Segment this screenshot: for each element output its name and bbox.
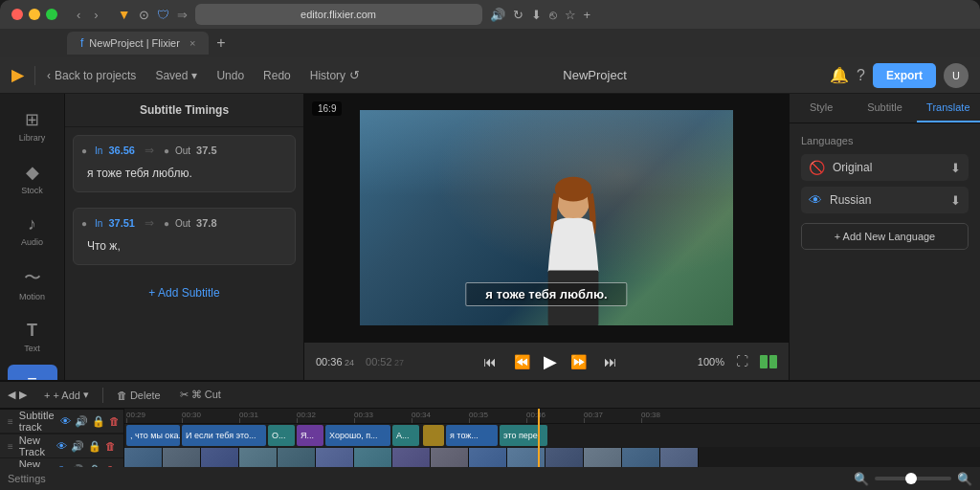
out-label-1: Out (175, 145, 190, 156)
share-icon[interactable]: ⎋ (549, 8, 557, 22)
track-lock-icon-subtitle[interactable]: 🔒 (92, 415, 105, 428)
collapse-right-icon[interactable]: ▶ (19, 389, 27, 401)
track-delete-icon-subtitle[interactable]: 🗑 (109, 415, 120, 428)
clip-6[interactable]: А... (392, 425, 419, 446)
track-controls: ≡ Subtitle track 👁 🔊 🔒 🗑 ≡ New Track (0, 409, 124, 467)
cut-button[interactable]: ✂ ⌘ Cut (174, 386, 227, 404)
tab-style[interactable]: Style (790, 94, 853, 122)
separator-1 (102, 388, 103, 403)
notification-icon[interactable]: 🔔 (830, 66, 849, 84)
subtitle-item-1[interactable]: ● In 36.56 ⇒ ● Out 37.5 я тоже тебя любл… (73, 135, 296, 192)
download-icon[interactable]: ⬇ (531, 8, 542, 22)
trash-icon: 🗑 (117, 390, 127, 401)
clip-4[interactable]: Я... (297, 425, 323, 446)
forward-nav-button[interactable]: › (90, 6, 101, 24)
zoom-in-icon[interactable]: 🔍 (957, 472, 972, 486)
close-button[interactable] (11, 9, 23, 20)
sidebar-item-text[interactable]: T Text (8, 313, 57, 361)
avatar[interactable]: U (944, 63, 969, 88)
track-volume-icon-new-1[interactable]: 🔊 (71, 440, 84, 453)
back-nav-button[interactable]: ‹ (73, 6, 84, 24)
ruler-tick-3 (239, 418, 240, 423)
subtitle-text-2[interactable]: Что ж, (81, 235, 287, 256)
zoom-thumb[interactable] (905, 473, 917, 484)
subtitle-timing-1: ● In 36.56 ⇒ ● Out 37.5 (81, 144, 287, 157)
track-handle-icon-2[interactable]: ≡ (8, 441, 13, 452)
browser-chrome: ‹ › ▼ ⊙ 🛡 ⇒ editor.flixier.com 🔊 ↻ ⬇ ⎋ ☆… (0, 0, 980, 57)
russian-download-button[interactable]: ⬇ (950, 193, 961, 208)
reload-icon[interactable]: ↻ (513, 8, 523, 22)
history-button[interactable]: History ↺ (302, 64, 368, 86)
browser-tab[interactable]: f NewProject | Flixier × (67, 32, 209, 55)
skip-back-button[interactable]: ⏪ (510, 350, 534, 373)
clip-1[interactable]: , что мы ока... (126, 425, 180, 446)
ruler-mark-2: 00:30 (182, 411, 201, 419)
film-frame-14 (622, 448, 660, 467)
track-eye-icon-subtitle[interactable]: 👁 (60, 415, 71, 428)
skip-to-start-button[interactable]: ⏮ (479, 350, 501, 373)
track-delete-icon-new-1[interactable]: 🗑 (105, 440, 116, 453)
back-to-projects-button[interactable]: ‹ Back to projects (39, 65, 144, 86)
sidebar-item-audio[interactable]: ♪ Audio (8, 207, 57, 255)
clip-8[interactable]: я тож... (446, 425, 498, 446)
russian-lang-name: Russian (830, 193, 943, 207)
track-name-new-1: New Track (19, 434, 51, 457)
address-bar[interactable]: editor.flixier.com (195, 4, 482, 25)
add-language-button[interactable]: + Add New Language (801, 223, 969, 250)
sidebar-item-library[interactable]: ⊞ Library (8, 101, 57, 150)
clip-5[interactable]: Хорошо, п... (325, 425, 390, 446)
clip-7-yellow[interactable] (423, 425, 444, 446)
add-track-button[interactable]: + + Add ▾ (38, 386, 95, 404)
minimize-button[interactable] (29, 9, 40, 20)
tab-translate[interactable]: Translate (917, 94, 980, 122)
video-controls: 00:36 24 00:52 27 ⏮ ⏪ ▶ ⏩ ⏭ 100% ⛶ (304, 342, 789, 380)
play-pause-button[interactable]: ▶ (544, 351, 557, 372)
sidebar-item-motion[interactable]: 〜 Motion (8, 258, 57, 309)
track-eye-icon-new-1[interactable]: 👁 (56, 440, 67, 453)
add-tab-icon[interactable]: + (584, 8, 591, 22)
sidebar-item-subtitles[interactable]: ≡ Subtitles (8, 365, 57, 380)
tab-close-icon[interactable]: × (189, 37, 195, 49)
track-icons-subtitle: 👁 🔊 🔒 🗑 (60, 415, 120, 428)
panel-header: Subtitle Timings (65, 94, 303, 127)
maximize-button[interactable] (46, 9, 57, 20)
skip-forward-button[interactable]: ⏩ (567, 350, 590, 373)
zoom-slider[interactable] (875, 477, 951, 480)
subtitle-text-1[interactable]: я тоже тебя люблю. (81, 163, 287, 184)
help-icon[interactable]: ? (857, 67, 865, 84)
in-label-2: In (95, 218, 102, 229)
audio-icon: ♪ (28, 214, 36, 234)
chevron-down-icon: ▾ (191, 69, 197, 82)
film-frame-5 (278, 448, 316, 467)
clip-2[interactable]: И если тебя это... (182, 425, 266, 446)
svg-point-1 (555, 177, 591, 202)
track-handle-icon[interactable]: ≡ (8, 416, 13, 427)
new-tab-icon[interactable]: + (216, 34, 225, 52)
undo-button[interactable]: Undo (209, 65, 252, 86)
bookmark-icon[interactable]: ☆ (565, 8, 576, 22)
sidebar-label-motion: Motion (19, 292, 45, 301)
fullscreen-button[interactable]: ⛶ (736, 354, 748, 368)
export-button[interactable]: Export (873, 63, 936, 88)
redo-button[interactable]: Redo (256, 65, 299, 86)
collapse-left-icon[interactable]: ◀ (8, 389, 15, 401)
sidebar-item-stock[interactable]: ◆ Stock (8, 154, 57, 203)
clip-9[interactable]: это пере (500, 425, 547, 446)
tab-subtitle[interactable]: Subtitle (853, 94, 916, 122)
subtitle-item-2[interactable]: ● In 37.51 ⇒ ● Out 37.8 Что ж, (73, 208, 296, 265)
browser-icons: 🔊 ↻ ⬇ ⎋ ☆ + (490, 8, 591, 22)
zoom-out-icon[interactable]: 🔍 (854, 472, 869, 486)
playhead[interactable] (538, 409, 540, 467)
track-lock-icon-new-1[interactable]: 🔒 (88, 440, 101, 453)
delete-button[interactable]: 🗑 Delete (111, 387, 167, 404)
language-row-original: 🚫 Original ⬇ (801, 154, 969, 181)
saved-button[interactable]: Saved ▾ (147, 65, 205, 86)
original-download-button[interactable]: ⬇ (950, 161, 961, 175)
track-volume-icon-subtitle[interactable]: 🔊 (75, 415, 88, 428)
film-frame-10 (469, 448, 507, 467)
clip-3[interactable]: О... (268, 425, 295, 446)
track-name-subtitle: Subtitle track (19, 410, 55, 433)
add-subtitle-button[interactable]: + Add Subtitle (143, 280, 225, 305)
russian-eye-icon: 👁 (809, 192, 822, 208)
skip-to-end-button[interactable]: ⏭ (600, 350, 621, 373)
